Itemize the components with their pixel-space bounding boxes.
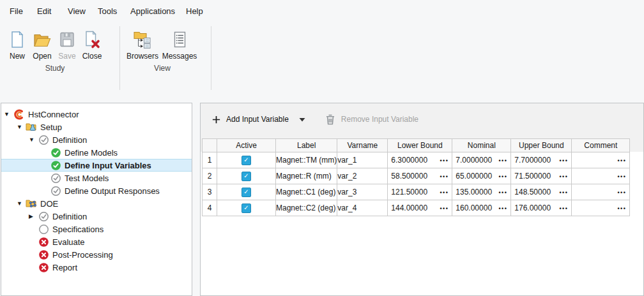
comment-cell[interactable] — [572, 184, 630, 200]
close-button[interactable]: Close — [79, 25, 105, 61]
upper-bound-cell[interactable]: 148.50000 — [511, 184, 572, 200]
ellipsis-button[interactable] — [556, 204, 568, 212]
column-header-varname: Varname — [337, 139, 388, 152]
upper-bound-cell[interactable]: 7.7000000 — [511, 152, 572, 168]
ellipsis-button[interactable] — [437, 204, 448, 212]
lower-bound-cell[interactable]: 121.50000 — [388, 184, 452, 200]
messages-button[interactable]: Messages — [160, 25, 199, 61]
active-cell — [217, 200, 276, 216]
lower-bound-cell[interactable]: 6.3000000 — [388, 152, 452, 168]
nominal-cell[interactable]: 7.0000000 — [452, 152, 511, 168]
varname-cell[interactable]: var_3 — [337, 184, 388, 200]
ellipsis-button[interactable] — [556, 172, 568, 181]
nominal-value: 65.000000 — [456, 172, 492, 181]
ellipsis-button[interactable] — [437, 156, 448, 165]
table-row: 2Magnet::R (mm)var_258.50000065.00000071… — [203, 168, 630, 184]
tree-item-label: Definition — [52, 212, 87, 221]
new-button[interactable]: New — [5, 25, 29, 61]
tab-label: Distributions — [229, 85, 272, 94]
active-checkbox[interactable] — [241, 188, 251, 197]
tree-item-label: Evaluate — [52, 237, 85, 247]
collapse-arrow-icon[interactable]: ▶ — [29, 214, 38, 219]
browsers-button[interactable]: Browsers — [125, 25, 160, 61]
column-header-row-number — [203, 139, 217, 152]
save-button[interactable]: Save — [55, 25, 79, 61]
open-button[interactable]: Open — [29, 25, 55, 61]
tree-item-define-output-responses[interactable]: Define Output Responses — [1, 184, 192, 197]
lower-bound-cell[interactable]: 58.500000 — [388, 168, 452, 184]
bounds-icon: UL — [208, 85, 219, 97]
tree-item-specifications[interactable]: Specifications — [1, 223, 192, 235]
label-cell[interactable]: Magnet::TM (mm) — [276, 152, 337, 168]
menu-edit[interactable]: Edit — [37, 6, 51, 16]
ellipsis-button[interactable] — [496, 204, 507, 212]
ellipsis-button[interactable] — [615, 172, 626, 181]
ellipsis-button[interactable] — [496, 172, 507, 181]
expand-arrow-icon[interactable]: ▼ — [29, 137, 38, 143]
comment-cell[interactable] — [572, 168, 630, 184]
menu-help[interactable]: Help — [186, 6, 203, 16]
tree-item-evaluate[interactable]: Evaluate — [1, 235, 192, 248]
study-tree: ▼HstConnector▼Setup▼DefinitionDefine Mod… — [1, 108, 192, 274]
menu-applications[interactable]: Applications — [130, 6, 175, 16]
column-header-label: Label — [276, 139, 337, 152]
tree-item-label: Test Models — [65, 174, 109, 183]
ellipsis-button[interactable] — [437, 188, 448, 196]
tree-item-hstconnector[interactable]: ▼HstConnector — [1, 108, 192, 121]
toolbar-button-label: Browsers — [126, 52, 158, 61]
expand-arrow-icon[interactable]: ▼ — [17, 124, 26, 130]
ellipsis-button[interactable] — [437, 172, 448, 181]
ellipsis-button[interactable] — [496, 188, 507, 196]
upper-bound-cell[interactable]: 176.00000 — [511, 200, 572, 216]
varname-cell[interactable]: var_2 — [337, 168, 388, 184]
ellipsis-button[interactable] — [556, 188, 568, 196]
label-cell[interactable]: Magnet::C2 (deg) — [276, 200, 337, 216]
expand-arrow-icon[interactable]: ▼ — [17, 201, 26, 207]
comment-cell[interactable] — [572, 200, 630, 216]
varname-cell[interactable]: var_4 — [337, 200, 388, 216]
remove-input-variable-button[interactable]: Remove Input Variable — [325, 114, 418, 126]
tree-item-test-models[interactable]: Test Models — [1, 172, 192, 184]
tree-item-definition[interactable]: ▼Definition — [1, 133, 192, 146]
tree-item-report[interactable]: Report — [1, 261, 192, 274]
lower-bound-cell[interactable]: 144.00000 — [388, 200, 452, 216]
nominal-cell[interactable]: 65.000000 — [452, 168, 511, 184]
tree-item-define-input-variables[interactable]: Define Input Variables — [1, 159, 192, 172]
doe-folder-icon — [26, 198, 37, 209]
label-cell[interactable]: Magnet::R (mm) — [276, 168, 337, 184]
nominal-cell[interactable]: 135.00000 — [452, 184, 511, 200]
expand-arrow-icon[interactable]: ▼ — [4, 112, 13, 117]
nominal-cell[interactable]: 160.00000 — [452, 200, 511, 216]
upper-bound-value: 7.7000000 — [514, 156, 551, 165]
menu-file[interactable]: File — [10, 6, 23, 16]
varname-cell[interactable]: var_1 — [337, 152, 388, 168]
ellipsis-button[interactable] — [496, 156, 507, 165]
tree-item-doe[interactable]: ▼DOE — [1, 197, 192, 210]
menu-tools[interactable]: Tools — [98, 6, 117, 16]
status-error-icon — [38, 262, 49, 273]
ellipsis-button[interactable] — [556, 156, 568, 165]
tree-item-setup[interactable]: ▼Setup — [1, 121, 192, 133]
constraints-icon — [220, 84, 232, 96]
comment-cell[interactable] — [572, 152, 630, 168]
tree-item-label: Definition — [52, 135, 87, 145]
tree-item-definition[interactable]: ▶Definition — [1, 210, 192, 223]
label-cell[interactable]: Magnet::C1 (deg) — [276, 184, 337, 200]
toolbar-button-label: Messages — [162, 52, 197, 61]
toolbar-button-label: Open — [33, 52, 51, 61]
add-input-variable-button[interactable]: Add Input Variable — [211, 115, 289, 124]
menu-view[interactable]: View — [68, 6, 86, 16]
tab-label: Modes — [226, 85, 249, 94]
status-check-gray-icon — [50, 173, 61, 184]
toolbar-group-view: BrowsersMessagesView — [125, 25, 199, 73]
active-checkbox[interactable] — [241, 172, 251, 181]
ellipsis-button[interactable] — [615, 156, 626, 165]
add-input-variable-dropdown-caret[interactable] — [299, 117, 305, 122]
upper-bound-cell[interactable]: 71.500000 — [511, 168, 572, 184]
active-checkbox[interactable] — [241, 204, 251, 213]
tree-item-post-processing[interactable]: Post-Processing — [1, 248, 192, 261]
active-checkbox[interactable] — [241, 156, 251, 165]
tree-item-define-models[interactable]: Define Models — [1, 146, 192, 159]
ellipsis-button[interactable] — [615, 204, 626, 212]
ellipsis-button[interactable] — [615, 188, 626, 196]
